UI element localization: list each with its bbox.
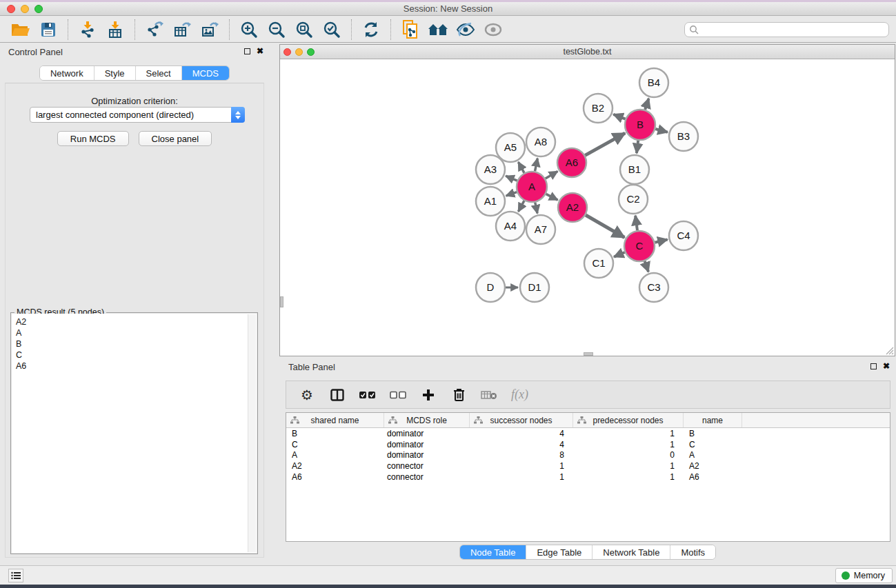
graph-edge-B-B4[interactable]: [645, 99, 648, 110]
search-input[interactable]: [699, 25, 884, 34]
list-icon: [11, 571, 21, 580]
tab-network-table[interactable]: Network Table: [593, 545, 670, 559]
network-minimize-button[interactable]: [295, 48, 303, 56]
zoom-out-button[interactable]: [263, 19, 290, 41]
resize-grip-icon[interactable]: [884, 345, 894, 355]
zoom-fit-button[interactable]: [290, 19, 318, 41]
column-header-successor-nodes[interactable]: successor nodes: [470, 413, 573, 427]
graph-edge-A-A1[interactable]: [506, 192, 517, 196]
table-row[interactable]: A6 connector 1 1 A6: [286, 472, 890, 483]
export-table-button[interactable]: [168, 19, 196, 41]
graph-edge-A-A3[interactable]: [506, 176, 517, 181]
network-graph[interactable]: AA1A2A3A4A5A6A7A8BB1B2B3B4CC1C2C3C4DD1: [280, 60, 895, 356]
zoom-selected-button[interactable]: [318, 19, 346, 41]
table-row[interactable]: B dominator 4 1 B: [286, 428, 890, 439]
tab-select[interactable]: Select: [136, 66, 182, 80]
zoom-in-button[interactable]: [235, 19, 263, 41]
close-window-button[interactable]: [7, 5, 15, 13]
tab-style[interactable]: Style: [94, 66, 136, 80]
table-panel-title: Table Panel: [288, 362, 335, 372]
split-table-button[interactable]: [329, 387, 346, 403]
graph-edge-A-A2[interactable]: [546, 194, 558, 200]
mcds-result-item[interactable]: A6: [16, 361, 257, 372]
close-panel-icon[interactable]: ✖: [257, 47, 263, 55]
memory-status-icon: [842, 571, 850, 580]
graph-edge-B-B1[interactable]: [637, 141, 638, 153]
toolbar-separator: [68, 19, 68, 40]
tab-node-table[interactable]: Node Table: [460, 545, 527, 559]
home-button[interactable]: [424, 19, 452, 41]
minimize-window-button[interactable]: [21, 5, 29, 13]
show-hidden-button[interactable]: [479, 19, 507, 41]
clone-network-button[interactable]: [397, 19, 424, 41]
tab-mcds[interactable]: MCDS: [182, 66, 229, 80]
task-history-button[interactable]: [8, 569, 23, 582]
tab-edge-table[interactable]: Edge Table: [526, 545, 593, 559]
tab-network[interactable]: Network: [40, 66, 94, 80]
memory-button[interactable]: Memory: [835, 568, 893, 583]
graph-edge-A-A6[interactable]: [546, 171, 558, 179]
graph-edge-B-B2[interactable]: [613, 114, 625, 119]
zoom-window-button[interactable]: [34, 5, 43, 13]
network-horizontal-scrollbar[interactable]: [584, 352, 593, 356]
mcds-result-item[interactable]: A: [16, 327, 257, 338]
eye-icon: [484, 23, 503, 37]
column-header-predecessor-nodes[interactable]: predecessor nodes: [573, 413, 684, 427]
select-all-button[interactable]: [359, 387, 376, 403]
export-network-button[interactable]: [141, 19, 168, 41]
tab-motifs[interactable]: Motifs: [670, 545, 715, 559]
deselect-all-button[interactable]: [390, 387, 406, 403]
network-close-button[interactable]: [283, 48, 291, 56]
export-image-button[interactable]: [196, 19, 223, 41]
table-row[interactable]: C dominator 4 1 C: [286, 439, 890, 450]
table-row[interactable]: A2 connector 1 1 A2: [286, 460, 890, 472]
zoom-fit-icon: [295, 21, 313, 39]
mcds-result-scrollbar[interactable]: [248, 314, 256, 552]
column-header-name[interactable]: name: [684, 413, 742, 427]
table-toolbar: ⚙ f(x): [286, 381, 890, 409]
graph-edge-B-B3[interactable]: [655, 129, 668, 132]
export-image-icon: [201, 21, 219, 39]
graph-edge-A6-B[interactable]: [585, 133, 625, 155]
toggle-visibility-button[interactable]: [452, 19, 479, 41]
run-mcds-button[interactable]: Run MCDS: [57, 131, 129, 146]
float-table-panel-icon[interactable]: [870, 363, 877, 369]
graph-edge-A2-C[interactable]: [586, 215, 624, 238]
unchecked-boxes-icon: [390, 391, 406, 399]
control-panel-title: Control Panel: [8, 47, 63, 57]
network-zoom-button[interactable]: [307, 48, 315, 56]
status-bar: Memory: [0, 565, 896, 585]
graph-edge-A-A7[interactable]: [535, 203, 537, 214]
mcds-result-item[interactable]: B: [16, 338, 257, 349]
import-network-button[interactable]: [74, 19, 101, 41]
network-canvas[interactable]: AA1A2A3A4A5A6A7A8BB1B2B3B4CC1C2C3C4DD1: [280, 60, 895, 356]
optimization-criterion-select[interactable]: largest connected component (directed): [30, 107, 245, 123]
graph-edge-C-C2[interactable]: [635, 216, 637, 230]
mcds-result-item[interactable]: C: [16, 349, 257, 361]
float-panel-icon[interactable]: [244, 48, 250, 54]
table-row[interactable]: A dominator 8 0 A: [286, 450, 890, 461]
graph-edge-C-C1[interactable]: [614, 252, 625, 257]
column-header-mcds-role[interactable]: MCDS role: [384, 413, 470, 427]
graph-edge-A-A4[interactable]: [518, 201, 524, 212]
close-table-panel-icon[interactable]: ✖: [883, 362, 890, 370]
graph-node-label-C2: C2: [626, 193, 639, 205]
column-header-shared-name[interactable]: shared name: [286, 413, 384, 427]
node-table: shared name MCDS role successor nodes pr…: [286, 412, 890, 542]
import-table-button[interactable]: [101, 19, 129, 41]
delete-column-button[interactable]: [450, 387, 467, 403]
table-settings-button[interactable]: ⚙: [299, 387, 315, 403]
network-vertical-scrollbar[interactable]: [280, 296, 283, 307]
function-builder-button[interactable]: f(x): [511, 387, 528, 403]
mcds-result-item[interactable]: A2: [16, 316, 257, 327]
save-session-button[interactable]: [34, 19, 62, 41]
refresh-button[interactable]: [357, 19, 385, 41]
open-session-button[interactable]: [7, 19, 34, 41]
graph-edge-A-A5[interactable]: [518, 162, 524, 173]
close-panel-button[interactable]: Close panel: [139, 131, 212, 146]
delete-table-button[interactable]: [481, 387, 497, 403]
graph-edge-C-C3[interactable]: [645, 261, 648, 272]
graph-edge-C-C4[interactable]: [655, 239, 667, 242]
create-column-button[interactable]: [420, 387, 437, 403]
graph-edge-A-A8[interactable]: [535, 159, 538, 172]
